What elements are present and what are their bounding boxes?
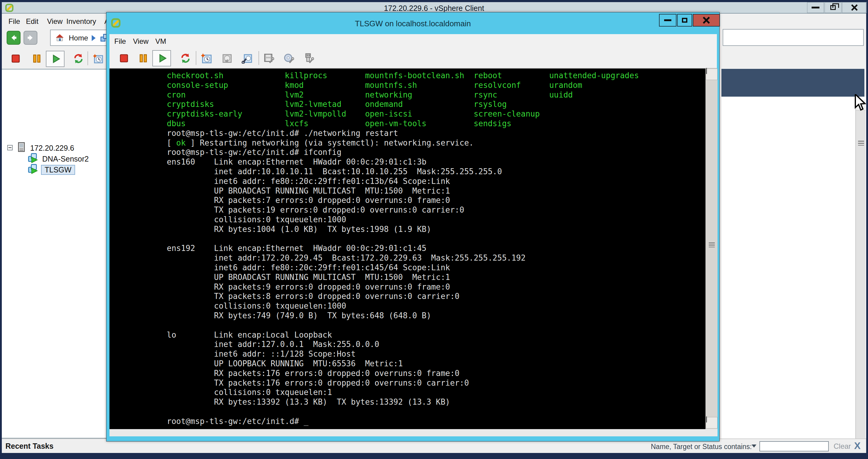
console-menu-file[interactable]: File [114,37,126,46]
toolbar-separator [196,51,196,65]
task-filter-input[interactable] [760,441,829,452]
terminal-line: RX packets:9 errors:0 dropped:0 overruns… [167,282,706,292]
console-titlebar[interactable]: TLSGW on localhost.localdomain [106,12,719,34]
power-on-button[interactable] [46,51,65,67]
terminal-line: UP BROADCAST RUNNING MULTICAST MTU:1500 … [167,186,706,196]
mouse-cursor [855,94,868,114]
back-button[interactable] [7,31,21,45]
terminal-line: cron lvm2 networking rsync uuidd [167,90,706,100]
breadcrumb-chevron-icon [92,35,96,41]
power-off-button[interactable] [118,52,130,64]
terminal-line: collisions:0 txqueuelen:1 [167,388,706,397]
scroll-down-button[interactable] [706,417,717,429]
vm-icon [28,153,38,165]
pause-icon [32,54,42,63]
terminal-line: [ ok ] Restarting networking (via system… [167,138,706,148]
outer-scrollbar[interactable] [855,99,866,438]
scheduled-task-button[interactable] [92,53,104,65]
search-box[interactable] [723,29,864,46]
tree-item-host[interactable]: 172.20.229.6 [18,143,74,153]
menu-inventory[interactable]: Inventory [66,17,96,26]
cd-dvd-settings-button[interactable] [283,52,294,64]
console-menu-view[interactable]: View [133,37,149,46]
suspend-button[interactable] [31,53,43,65]
snapshot-icon [201,53,212,64]
terminal-line: console-setup kmod mountnfs.sh resolvcon… [167,81,706,90]
console-maximize-button[interactable] [677,14,692,27]
menu-view[interactable]: View [47,17,63,26]
app-close-button[interactable] [842,2,867,13]
console-title: TLSGW on localhost.localdomain [106,19,719,28]
console-screen[interactable]: checkroot.sh killprocs mountnfs-bootclea… [110,68,706,429]
play-icon [51,54,61,64]
back-arrow-icon [9,33,18,42]
revert-snapshot-icon [222,53,232,64]
cd-wrench-icon [283,53,294,64]
revert-snapshot-button[interactable] [221,52,233,64]
take-snapshot-button[interactable] [200,52,213,64]
menu-file[interactable]: File [8,17,20,26]
tree-host-label[interactable]: 172.20.229.6 [30,144,74,152]
vm-console-window: TLSGW on localhost.localdomain File View… [106,12,720,441]
app-restore-button[interactable] [825,2,841,13]
reset-icon [73,53,84,64]
inventory-tree: 172.20.229.6 DNA-Sensor2 TLSGW [2,69,107,438]
tree-item-vm[interactable]: DNA-Sensor2 [28,153,89,164]
tree-vm-label[interactable]: DNA-Sensor2 [42,154,89,163]
power-off-button[interactable] [10,53,22,65]
snapshot-manager-button[interactable] [241,52,253,64]
app-minimize-button[interactable] [807,2,824,13]
terminal-line: ens160 Link encap:Ethernet HWaddr 00:0c:… [167,157,706,167]
scrollbar-grip[interactable] [858,141,864,146]
terminal-line [167,407,706,417]
minimize-icon [812,7,819,8]
task-filter-label[interactable]: Name, Target or Status contains: [651,443,752,451]
terminal-line: cryptdisks lvm2-lvmetad ondemand rsyslog [167,99,706,109]
forward-button[interactable] [24,31,37,45]
scrollbar-grip[interactable] [709,242,715,247]
restore-icon [830,5,836,10]
terminal-line: UP BROADCAST RUNNING MULTICAST MTU:1500 … [167,273,706,282]
scroll-up-button[interactable] [706,68,717,80]
terminal-line: UP LOOPBACK RUNNING MTU:65536 Metric:1 [167,359,706,369]
content-header-bar [721,69,864,97]
console-scrollbar[interactable] [706,68,717,429]
terminal-line: collisions:0 txqueuelen:1000 [167,302,706,311]
maximize-icon [682,18,687,23]
reset-button[interactable] [180,52,191,64]
menu-edit[interactable]: Edit [26,17,38,26]
terminal-line: TX packets:176 errors:0 dropped:0 overru… [167,378,706,388]
window-frame-right [866,0,868,459]
terminal-line: inet addr:172.20.229.45 Bcast:172.20.229… [167,253,706,263]
breadcrumb-home-label[interactable]: Home [69,34,88,42]
host-icon [18,142,25,154]
clear-filter-button[interactable]: Clear [834,442,851,451]
usb-settings-button[interactable] [303,52,315,64]
floppy-settings-button[interactable] [263,52,275,64]
terminal-content: checkroot.sh killprocs mountnfs-bootclea… [110,68,706,426]
console-menu-vm[interactable]: VM [155,37,166,46]
tree-expander[interactable] [7,145,13,150]
minimize-icon [664,19,671,21]
vm-icon [28,164,38,176]
chevron-up-icon [706,68,707,74]
reset-button[interactable] [72,53,85,65]
window-frame-bottom [0,453,868,459]
console-minimize-button[interactable] [659,14,677,27]
terminal-line: inet addr:127.0.0.1 Mask:255.0.0.0 [167,340,706,349]
terminal-line: checkroot.sh killprocs mountnfs-bootclea… [167,71,706,81]
close-icon [851,4,858,11]
tree-item-vm-selected[interactable]: TLSGW [28,164,75,175]
pause-icon [138,53,148,63]
close-panel-button[interactable]: X [854,440,861,452]
app-title: 172.20.229.6 - vSphere Client [2,4,866,13]
terminal-line: TX packets:19 errors:0 dropped:0 overrun… [167,205,706,215]
terminal-line: lo Link encap:Local Loopback [167,331,706,340]
filter-dropdown-icon[interactable] [752,444,756,448]
console-close-button[interactable] [693,14,720,27]
play-icon [157,53,167,63]
terminal-line: RX bytes:1004 (1.0 KB) TX bytes:1998 (1.… [167,225,706,234]
tree-vm-label-selected[interactable]: TLSGW [41,165,75,175]
power-on-button[interactable] [152,50,171,66]
suspend-button[interactable] [137,52,149,64]
